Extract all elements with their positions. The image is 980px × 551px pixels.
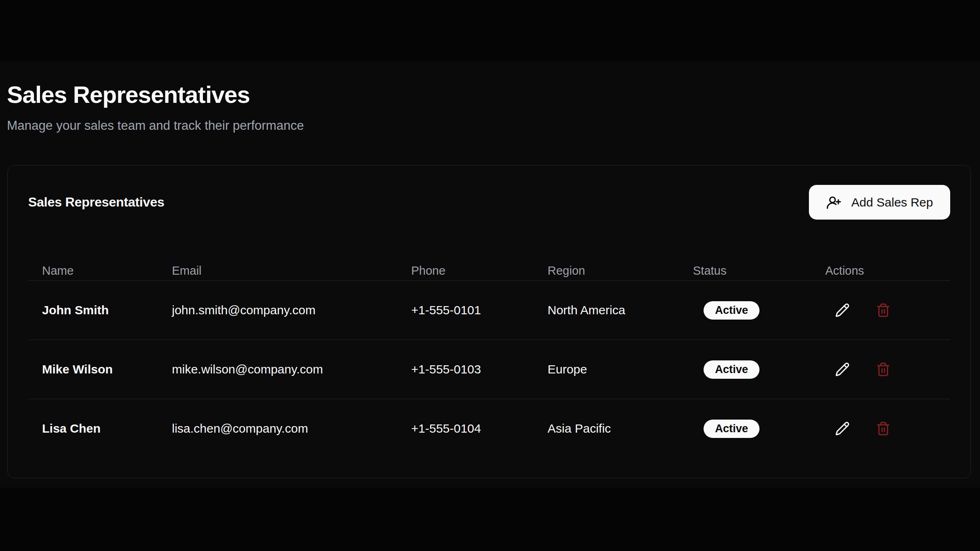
- status-badge: Active: [704, 301, 760, 320]
- name-cell: John Smith: [28, 281, 158, 340]
- page-subtitle: Manage your sales team and track their p…: [7, 118, 304, 133]
- status-cell: Active: [679, 340, 811, 399]
- edit-button[interactable]: [835, 303, 850, 318]
- delete-button[interactable]: [876, 362, 891, 377]
- phone-cell: +1-555-0103: [397, 340, 534, 399]
- sales-reps-table: NameEmailPhoneRegionStatusActions John S…: [28, 261, 950, 458]
- delete-button[interactable]: [876, 421, 891, 436]
- column-header-actions: Actions: [811, 261, 950, 280]
- pencil-icon: [835, 303, 850, 318]
- region-cell: Europe: [534, 340, 679, 399]
- table-header-row: NameEmailPhoneRegionStatusActions: [28, 261, 950, 281]
- card-header: Sales Representatives Add Sales Rep: [28, 185, 950, 220]
- card-title: Sales Representatives: [28, 195, 164, 210]
- actions-cell: [811, 399, 950, 458]
- actions-cell: [811, 340, 950, 399]
- status-badge: Active: [704, 360, 760, 379]
- phone-cell: +1-555-0104: [397, 399, 534, 458]
- phone-cell: +1-555-0101: [397, 281, 534, 340]
- trash-icon: [876, 421, 891, 436]
- column-header-region: Region: [534, 261, 679, 280]
- table-row: John Smith john.smith@company.com +1-555…: [28, 281, 950, 340]
- column-header-status: Status: [679, 261, 811, 280]
- column-header-email: Email: [158, 261, 397, 280]
- email-cell: john.smith@company.com: [158, 281, 397, 340]
- column-header-name: Name: [28, 261, 158, 280]
- edit-button[interactable]: [835, 421, 850, 436]
- trash-icon: [876, 303, 891, 318]
- user-plus-icon: [826, 195, 842, 210]
- column-header-phone: Phone: [397, 261, 534, 280]
- table-row: Lisa Chen lisa.chen@company.com +1-555-0…: [28, 399, 950, 458]
- page-title: Sales Representatives: [7, 82, 250, 108]
- add-sales-rep-button[interactable]: Add Sales Rep: [809, 185, 950, 220]
- table-row: Mike Wilson mike.wilson@company.com +1-5…: [28, 340, 950, 399]
- name-cell: Lisa Chen: [28, 399, 158, 458]
- status-cell: Active: [679, 399, 811, 458]
- actions-cell: [811, 281, 950, 340]
- table-body: John Smith john.smith@company.com +1-555…: [28, 281, 950, 458]
- sales-reps-card: Sales Representatives Add Sales Rep Name…: [7, 165, 971, 478]
- status-cell: Active: [679, 281, 811, 340]
- region-cell: North America: [534, 281, 679, 340]
- email-cell: mike.wilson@company.com: [158, 340, 397, 399]
- delete-button[interactable]: [876, 303, 891, 318]
- pencil-icon: [835, 362, 850, 377]
- status-badge: Active: [704, 420, 760, 438]
- name-cell: Mike Wilson: [28, 340, 158, 399]
- edit-button[interactable]: [835, 362, 850, 377]
- email-cell: lisa.chen@company.com: [158, 399, 397, 458]
- region-cell: Asia Pacific: [534, 399, 679, 458]
- pencil-icon: [835, 421, 850, 436]
- add-button-label: Add Sales Rep: [851, 196, 933, 209]
- trash-icon: [876, 362, 891, 377]
